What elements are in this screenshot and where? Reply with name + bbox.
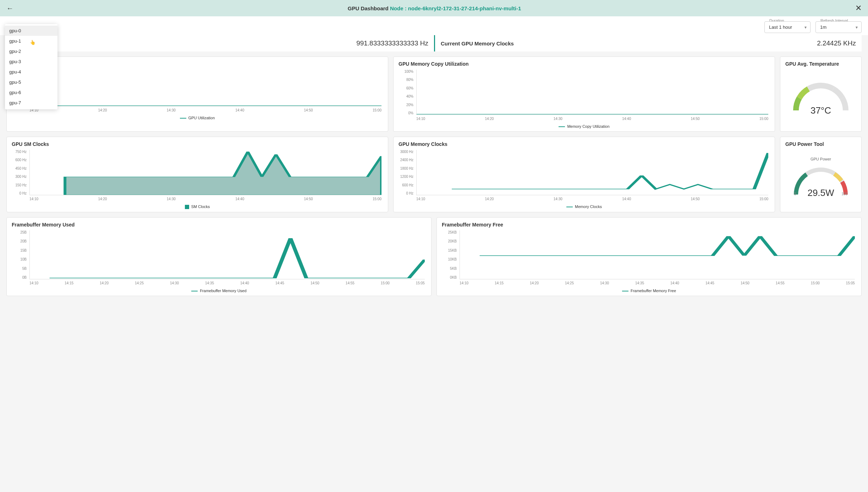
sm-title: GPU SM Clocks (12, 141, 383, 147)
sm-legend: SM Clocks (12, 204, 383, 209)
card-gpu-power: GPU Power Tool GPU Power 29.5W 0100 (780, 137, 862, 212)
gpu-option-4[interactable]: gpu-4 (5, 67, 57, 77)
fb-used-xaxis: 14:1014:1514:2014:2514:3014:3514:4014:45… (29, 281, 425, 285)
power-range: 0100 (794, 192, 847, 196)
fb-used-plot (29, 230, 425, 279)
card-fb-used: Framebuffer Memory Used 25B20B15B10B5B0B… (6, 217, 432, 296)
temp-gauge: 37°C (785, 70, 856, 123)
fb-used-yaxis: 25B20B15B10B5B0B (12, 230, 29, 279)
metric-sm-clocks-label: GPU SM Clocks (13, 40, 356, 47)
duration-value[interactable]: Last 1 hour (764, 21, 811, 33)
gpu-option-7[interactable]: gpu-7 (5, 98, 57, 108)
page-title: GPU Dashboard Node : node-6knryl2-172-31… (13, 5, 855, 11)
gpu-option-1[interactable]: gpu-1 (5, 36, 57, 46)
card-mem-clocks: GPU Memory Clocks 3000 Hz2400 Hz1800 Hz1… (393, 137, 775, 212)
fb-free-legend: Framebuffer Memory Free (442, 289, 856, 293)
fb-used-title: Framebuffer Memory Used (12, 222, 426, 228)
gpu-option-5[interactable]: gpu-5 (5, 77, 57, 87)
gpu-util-legend: GPU Utilization (12, 116, 383, 120)
card-gpu-temp: GPU Avg. Temperature 37°C (780, 56, 862, 132)
fb-free-plot (460, 230, 855, 279)
sm-xaxis: 14:1014:2014:3014:4014:5015:00 (29, 197, 381, 201)
temp-title: GPU Avg. Temperature (785, 61, 856, 67)
fb-free-yaxis: 25KB20KB15KB10KB5KB0KB (442, 230, 459, 279)
mem-copy-legend: Memory Copy Utilization (399, 124, 770, 129)
card-fb-free: Framebuffer Memory Free 25KB20KB15KB10KB… (436, 217, 862, 296)
card-sm-clocks: GPU SM Clocks 750 Hz600 Hz450 Hz300 Hz15… (6, 137, 388, 212)
header-bar: ← GPU Dashboard Node : node-6knryl2-172-… (0, 0, 868, 16)
memclk-title: GPU Memory Clocks (399, 141, 770, 147)
gpu-option-6[interactable]: gpu-6 (5, 87, 57, 98)
metric-sm-clocks[interactable]: GPU SM Clocks 991.8333333333333 Hz (6, 35, 434, 51)
memclk-legend: Memory Clocks (399, 204, 770, 209)
gpu-selector-dropdown[interactable]: gpu-0 gpu-1 gpu-2 gpu-3 gpu-4 gpu-5 gpu-… (5, 24, 57, 109)
refresh-value[interactable]: 1m (815, 21, 862, 33)
power-gauge: GPU Power 29.5W 0100 (785, 150, 856, 203)
close-icon[interactable]: ✕ (855, 4, 862, 13)
fb-free-title: Framebuffer Memory Free (442, 222, 856, 228)
metric-mem-clocks-label: Current GPU Memory Clocks (441, 40, 817, 47)
svg-marker-0 (65, 152, 381, 195)
gpu-option-0[interactable]: gpu-0 (5, 26, 57, 36)
mem-copy-xaxis: 14:1014:2014:3014:4014:5015:00 (416, 117, 768, 121)
gpu-option-2[interactable]: gpu-2 (5, 46, 57, 56)
refresh-select[interactable]: Refresh Interval 1m (815, 21, 862, 33)
power-title: GPU Power Tool (785, 141, 856, 147)
temp-value: 37°C (811, 105, 831, 116)
gpu-option-3[interactable]: gpu-3 (5, 56, 57, 67)
power-gauge-title: GPU Power (811, 157, 831, 161)
memclk-yaxis: 3000 Hz2400 Hz1800 Hz1200 Hz600 Hz0 Hz (399, 150, 416, 195)
gpu-util-xaxis: 14:1014:2014:3014:4014:5015:00 (29, 108, 381, 112)
controls-bar: Duration Last 1 hour Refresh Interval 1m (0, 16, 868, 35)
mem-copy-plot (416, 70, 768, 115)
metric-mem-clocks-value: 2.24425 KHz (817, 39, 856, 47)
metric-sm-clocks-value: 991.8333333333333 Hz (356, 39, 428, 47)
sm-plot (29, 150, 381, 195)
metric-mem-clocks[interactable]: Current GPU Memory Clocks 2.24425 KHz (434, 35, 862, 51)
duration-select[interactable]: Duration Last 1 hour (764, 21, 811, 33)
memclk-xaxis: 14:1014:2014:3014:4014:5015:00 (416, 197, 768, 201)
mem-copy-yaxis: 100%80%60%40%20%0% (399, 70, 416, 115)
mem-copy-title: GPU Memory Copy Utilization (399, 61, 770, 67)
sm-yaxis: 750 Hz600 Hz450 Hz300 Hz150 Hz0 Hz (12, 150, 29, 195)
memclk-plot (416, 150, 768, 195)
gpu-util-plot (29, 61, 381, 106)
back-arrow-icon[interactable]: ← (6, 4, 13, 12)
card-gpu-utilization: 20% 0% 14:1014:2014:3014:4014:5015:00 GP… (6, 56, 388, 132)
metrics-row: GPU SM Clocks 991.8333333333333 Hz Curre… (6, 35, 862, 51)
fb-free-xaxis: 14:1014:1514:2014:2514:3014:3514:4014:45… (460, 281, 855, 285)
fb-used-legend: Framebuffer Memory Used (12, 289, 426, 293)
card-mem-copy-util: GPU Memory Copy Utilization 100%80%60%40… (393, 56, 775, 132)
